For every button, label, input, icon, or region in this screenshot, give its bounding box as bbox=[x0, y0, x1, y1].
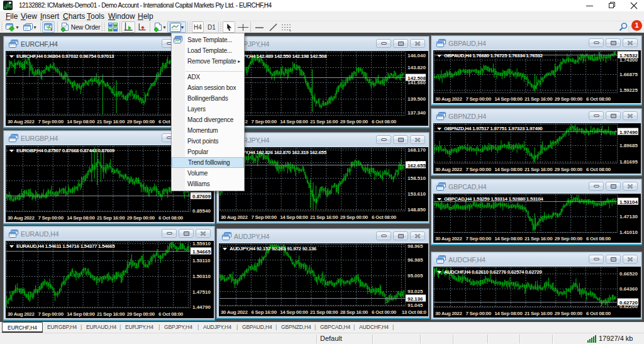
svg-text:91.045: 91.045 bbox=[408, 302, 423, 308]
svg-text:21 Sep 16:00: 21 Sep 16:00 bbox=[97, 311, 125, 317]
svg-text:30 Aug 2022: 30 Aug 2022 bbox=[435, 96, 462, 102]
svg-text:148.850: 148.850 bbox=[408, 207, 426, 213]
svg-text:1.50310: 1.50310 bbox=[192, 274, 211, 279]
svg-text:0.87609: 0.87609 bbox=[192, 194, 211, 199]
svg-text:14 Sep 08:00: 14 Sep 08:00 bbox=[494, 311, 523, 316]
svg-text:95.005: 95.005 bbox=[408, 273, 423, 279]
svg-text:7 Sep 00:00: 7 Sep 00:00 bbox=[466, 311, 492, 316]
svg-text:92.136: 92.136 bbox=[408, 296, 423, 302]
svg-text:7 Sep 00:00: 7 Sep 00:00 bbox=[252, 119, 277, 125]
svg-text:29 Sep 00:00: 29 Sep 00:00 bbox=[127, 215, 155, 221]
svg-text:6 Oct 08:00: 6 Oct 08:00 bbox=[586, 236, 611, 241]
svg-text:29 Sep 00:00: 29 Sep 00:00 bbox=[555, 96, 583, 102]
svg-text:21 Sep 16:00: 21 Sep 16:00 bbox=[97, 119, 125, 125]
svg-text:7 Sep 00:00: 7 Sep 00:00 bbox=[252, 214, 277, 220]
svg-text:21 Sep 16:00: 21 Sep 16:00 bbox=[310, 214, 338, 220]
svg-text:137.340: 137.340 bbox=[408, 110, 426, 116]
svg-text:6 Oct 08:00: 6 Oct 08:00 bbox=[372, 119, 397, 125]
svg-text:EURAUD,H4 1.54611 1.54716 1.5: EURAUD,H4 1.54611 1.54716 1.54377 1.5466… bbox=[16, 243, 115, 249]
svg-text:1.81695: 1.81695 bbox=[619, 159, 638, 165]
svg-text:29 Sep 00:00: 29 Sep 00:00 bbox=[555, 311, 583, 316]
svg-text:GBPCAD,H4 1.53259 1.53314 1.5: GBPCAD,H4 1.53259 1.53314 1.52880 1.5310… bbox=[444, 196, 543, 202]
svg-text:14 Sep 08:00: 14 Sep 08:00 bbox=[67, 311, 95, 317]
svg-text:30 Aug 2022: 30 Aug 2022 bbox=[435, 167, 462, 172]
svg-text:30 Aug 2022: 30 Aug 2022 bbox=[435, 311, 462, 316]
svg-text:6 Oct 08:00: 6 Oct 08:00 bbox=[158, 311, 184, 317]
svg-text:7 Sep 00:00: 7 Sep 00:00 bbox=[466, 167, 492, 172]
svg-text:1.47510: 1.47510 bbox=[192, 289, 211, 295]
svg-text:1.76532: 1.76532 bbox=[619, 53, 638, 58]
svg-text:98.965: 98.965 bbox=[408, 243, 423, 249]
svg-text:21 Sep 16:00: 21 Sep 16:00 bbox=[525, 167, 553, 172]
svg-text:1.47130: 1.47130 bbox=[619, 214, 638, 219]
svg-text:14 Sep 08:00: 14 Sep 08:00 bbox=[280, 214, 308, 220]
svg-text:93.025: 93.025 bbox=[408, 289, 423, 294]
svg-text:21 Sep 16:00: 21 Sep 16:00 bbox=[525, 96, 553, 102]
svg-text:1.54665: 1.54665 bbox=[192, 249, 211, 255]
svg-text:13 Oct 08:0: 13 Oct 08:0 bbox=[402, 309, 427, 315]
svg-text:30 Aug 2022: 30 Aug 2022 bbox=[8, 311, 35, 317]
svg-text:0.64360: 0.64360 bbox=[619, 286, 638, 292]
svg-text:168.170: 168.170 bbox=[408, 147, 426, 153]
svg-text:0.62720: 0.62720 bbox=[619, 300, 638, 306]
svg-text:1.53110: 1.53110 bbox=[192, 258, 211, 264]
svg-text:14 Sep 08:00: 14 Sep 08:00 bbox=[494, 236, 523, 241]
svg-text:14 Sep 08:00: 14 Sep 08:00 bbox=[280, 119, 308, 125]
svg-text:6 Sep 16:00: 6 Sep 16:00 bbox=[252, 309, 277, 315]
svg-text:153.610: 153.610 bbox=[408, 191, 426, 197]
svg-text:AUDJPY,H4 92.157 92.263 91.97: AUDJPY,H4 92.157 92.263 91.972 92.136 bbox=[230, 246, 317, 252]
svg-text:14 Sep 08:00: 14 Sep 08:00 bbox=[67, 119, 95, 125]
svg-text:29 Sep 00:00: 29 Sep 00:00 bbox=[340, 119, 369, 125]
svg-text:7 Sep 00:00: 7 Sep 00:00 bbox=[466, 236, 492, 241]
svg-text:GBPAUD,H4 1.76680 1.76725 1.7: GBPAUD,H4 1.76680 1.76725 1.76334 1.7653… bbox=[444, 53, 543, 58]
svg-text:6 Oct 08:00: 6 Oct 08:00 bbox=[586, 167, 611, 172]
svg-text:1.41010: 1.41010 bbox=[619, 230, 638, 235]
svg-text:21 Sep 16:00: 21 Sep 16:00 bbox=[525, 311, 553, 316]
svg-text:14 Sep 08:00: 14 Sep 08:00 bbox=[494, 96, 523, 102]
svg-text:7 Sep 00:00: 7 Sep 00:00 bbox=[38, 119, 64, 125]
svg-text:14 Sep 00:00: 14 Sep 00:00 bbox=[280, 309, 308, 315]
svg-text:29 Sep 00:00: 29 Sep 00:00 bbox=[555, 167, 583, 172]
svg-text:30 Aug 2022: 30 Aug 2022 bbox=[8, 215, 35, 221]
svg-text:6 Oct 00:00: 6 Oct 00:00 bbox=[372, 309, 397, 315]
svg-text:EURGBP,H4 0.87507 0.87668 0.8: EURGBP,H4 0.87507 0.87668 0.87443 0.8760… bbox=[16, 148, 115, 153]
svg-text:1.55910: 1.55910 bbox=[192, 241, 211, 247]
svg-text:7 Sep 00:00: 7 Sep 00:00 bbox=[466, 96, 492, 102]
svg-text:14 Sep 08:00: 14 Sep 08:00 bbox=[494, 167, 523, 172]
svg-text:142.508: 142.508 bbox=[408, 75, 426, 81]
svg-text:158.510: 158.510 bbox=[408, 175, 426, 181]
svg-text:1.89685: 1.89685 bbox=[619, 143, 638, 148]
svg-text:29 Sep 00:00: 29 Sep 00:00 bbox=[127, 311, 155, 317]
svg-text:29 Sep 00:00: 29 Sep 00:00 bbox=[340, 214, 369, 220]
svg-text:28 Sep 16:00: 28 Sep 16:00 bbox=[340, 309, 369, 315]
svg-text:1.44790: 1.44790 bbox=[192, 304, 211, 310]
svg-text:1.66875: 1.66875 bbox=[619, 72, 638, 77]
svg-text:0.85540: 0.85540 bbox=[192, 208, 211, 214]
svg-text:162.655: 162.655 bbox=[408, 163, 426, 169]
svg-text:14 Sep 08:00: 14 Sep 08:00 bbox=[67, 215, 95, 221]
svg-text:AUDCHF,H4 0.62610 0.62776 0.6: AUDCHF,H4 0.62610 0.62776 0.62574 0.6272… bbox=[444, 269, 542, 275]
svg-text:EURCHF,H4 0.96804 0.97032 0.9: EURCHF,H4 0.96804 0.97032 0.96754 0.9701… bbox=[16, 53, 114, 59]
svg-text:6 Oct 08:00: 6 Oct 08:00 bbox=[586, 311, 611, 316]
svg-text:0.66520: 0.66520 bbox=[619, 271, 638, 277]
svg-text:30 Aug 2022: 30 Aug 2022 bbox=[8, 119, 35, 125]
svg-text:21 Sep 16:00: 21 Sep 16:00 bbox=[310, 119, 338, 125]
svg-text:30 Aug 2022: 30 Aug 2022 bbox=[221, 214, 248, 220]
svg-text:96.985: 96.985 bbox=[408, 257, 423, 263]
svg-text:6 Oct 08:00: 6 Oct 08:00 bbox=[586, 96, 611, 102]
svg-text:1.53104: 1.53104 bbox=[619, 199, 638, 205]
svg-text:29 Sep 00:00: 29 Sep 00:00 bbox=[127, 119, 155, 125]
svg-text:6 Oct 08:00: 6 Oct 08:00 bbox=[158, 215, 184, 221]
svg-text:21 Sep 08:00: 21 Sep 08:00 bbox=[310, 309, 338, 315]
svg-text:7 Sep 00:00: 7 Sep 00:00 bbox=[38, 311, 64, 317]
svg-text:139.500: 139.500 bbox=[408, 96, 426, 102]
svg-text:1.97490: 1.97490 bbox=[619, 130, 638, 135]
svg-text:1.59225: 1.59225 bbox=[619, 87, 638, 93]
svg-text:6 Oct 08:00: 6 Oct 08:00 bbox=[372, 214, 397, 220]
svg-text:143.820: 143.820 bbox=[408, 65, 426, 70]
svg-text:146.040: 146.040 bbox=[408, 53, 426, 58]
svg-text:GBPNZD,H4 1.97517 1.97751 1.9: GBPNZD,H4 1.97517 1.97751 1.97323 1.9749… bbox=[444, 126, 543, 131]
svg-text:30 Aug 2022: 30 Aug 2022 bbox=[221, 309, 248, 315]
svg-text:29 Sep 00:00: 29 Sep 00:00 bbox=[555, 236, 583, 241]
svg-text:30 Aug 2022: 30 Aug 2022 bbox=[435, 236, 462, 241]
